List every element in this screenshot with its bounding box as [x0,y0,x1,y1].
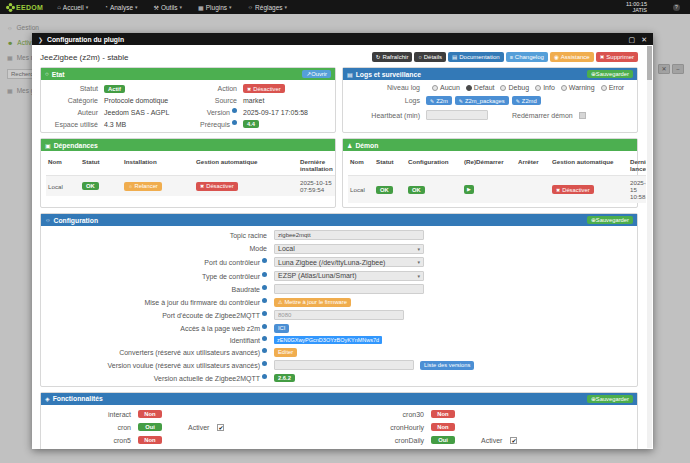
modal-body: JeeZigbee (z2m) - stable ↻ Rafraîchir ○ … [32,45,646,449]
chevron-down-icon: ▾ [180,4,183,10]
feature-toggle[interactable]: Non [431,423,455,431]
demon-nom: Local [348,176,374,203]
radio-debug[interactable] [500,85,506,91]
restart-demon-checkbox[interactable] [579,112,586,119]
col-header: Nom [46,155,80,176]
button-label: Désactiver [206,183,233,189]
save-config-button[interactable]: ⊕ Sauvegarder [587,216,633,224]
feature-toggle[interactable]: Non [431,410,455,418]
field-label: Port du contrôleur [46,258,274,266]
help-icon[interactable] [232,108,237,113]
heartbeat-input[interactable] [426,110,488,120]
save-logs-button[interactable]: ⊕ Sauvegarder [587,70,633,78]
feature-checkbox[interactable]: ✔ [510,437,517,444]
niveau-log-label: Niveau log [348,84,426,91]
relaunch-dependencies-button[interactable]: ☼Relancer [124,182,162,191]
menu-plugins[interactable]: ▦ Plugins ▾ [198,4,232,11]
help-icon[interactable] [262,258,267,263]
dep-status-badge: OK [82,182,99,190]
col-header: Statut [374,155,406,176]
feature-toggle[interactable]: Non [138,410,162,418]
maximize-icon[interactable]: ▢ [629,36,636,43]
disable-auto-dep-button[interactable]: ✖Désactiver [196,182,238,191]
field-label: Accès à la page web z2m [46,324,274,332]
help-icon[interactable] [262,324,267,329]
source-value: market [243,97,330,104]
activer-label: Activer [188,424,209,431]
help-menu-icon[interactable]: ? [673,4,680,11]
radio-aucun[interactable] [432,85,438,91]
help-icon[interactable] [262,272,267,277]
refresh-button[interactable]: ↻ Rafraîchir [372,52,413,62]
close-icon[interactable]: ✕ [641,36,647,43]
menu-reglages[interactable]: ☼ Réglages ▾ [248,4,287,11]
disable-plugin-button[interactable]: ✖Désactiver [243,84,285,93]
documentation-button[interactable]: ▤ Documentation [448,52,504,62]
open-button[interactable]: ↗ Ouvrir [302,70,331,78]
radio-warning[interactable] [561,85,567,91]
z2m-web-link-button[interactable]: ICI [274,324,289,333]
mode-select[interactable]: Local▾ [274,244,424,254]
search-icon: ○ [418,54,421,60]
assistance-button[interactable]: ◉ Assistance [550,52,594,62]
button-label: Désactiver [562,187,589,193]
radio-info[interactable] [535,85,541,91]
help-icon[interactable] [262,348,267,353]
type-controleur-select[interactable]: EZSP (Atlas/Luna/Smart)▾ [274,271,424,281]
feature-checkbox[interactable]: ✔ [217,424,224,431]
radio-label: Aucun [440,84,460,91]
menu-analyse[interactable]: ◔ Analyse ▾ [104,4,137,11]
versions-list-button[interactable]: Liste des versions [420,361,474,370]
radio-error[interactable] [601,85,607,91]
activer-label: Activer [481,437,502,444]
log-z2m-button[interactable]: ✎Z2m [426,96,452,105]
menu-label: Réglages [255,4,282,11]
z2m-port-input[interactable] [274,310,404,320]
firmware-update-button[interactable]: ⚠Mettre à jour le firmware [274,298,351,307]
pencil-icon: ✎ [516,98,520,104]
changelog-button[interactable]: ≡ Changelog [506,52,548,62]
feature-toggle[interactable]: Non [138,436,162,444]
demon-status-badge: OK [376,186,393,194]
radio-label: Debug [508,84,529,91]
field-label: Mise à jour du firmware du contrôleur [46,298,274,306]
scrollbar-thumb[interactable] [647,46,652,80]
pencil-icon: ✎ [430,98,434,104]
jeedom-logo[interactable]: EEDOM [6,3,43,12]
modal-scrollbar[interactable] [647,46,652,448]
dependances-panel: ▣ Dépendances Nom Statut Installation Ge… [40,138,336,208]
log-z2md-button[interactable]: ✎Z2md [512,96,541,105]
disable-auto-demon-button[interactable]: ✖Désactiver [552,185,594,194]
features-icon: ◈ [45,395,50,402]
help-icon[interactable] [262,336,267,341]
gear-icon: ☼ [45,217,51,223]
help-icon[interactable] [262,298,267,303]
menu-outils[interactable]: ⚒ Outils ▾ [154,4,183,11]
help-icon[interactable] [262,361,267,366]
feature-toggle[interactable]: Oui [138,423,162,431]
help-icon[interactable] [262,374,267,379]
baudrate-input[interactable] [274,284,424,294]
log-z2m-packages-button[interactable]: ✎Z2m_packages [455,96,509,105]
help-icon[interactable] [262,285,267,290]
delete-button[interactable]: ✖ Supprimer [596,52,638,62]
version-voulue-input[interactable] [274,360,414,370]
save-features-button[interactable]: ⊕ Sauvegarder [587,395,633,403]
feature-toggle[interactable]: Oui [431,436,455,444]
start-demon-button[interactable]: ▶ [464,185,474,194]
converters-edit-button[interactable]: Editer [274,348,297,357]
identifiant-value[interactable]: zEN0GXwyPGcnD3OYzBOyKYnMNws7d [274,336,382,344]
port-controleur-select[interactable]: Luna Zigbee (/dev/ttyLuna-Zigbee)▾ [274,257,424,267]
help-icon[interactable] [262,311,267,316]
topic-racine-input[interactable] [274,230,424,240]
details-button[interactable]: ○ Détails [414,52,446,62]
refresh-icon: ↻ [376,54,381,60]
version-value: 2025-09-17 17:05:58 [243,109,330,116]
radio-label: Defaut [474,84,495,91]
help-icon[interactable] [232,120,237,125]
radio-defaut[interactable] [466,85,472,91]
menu-accueil[interactable]: ⌂ Accueil ▾ [57,4,88,11]
demon-icon: ♟ [347,142,352,149]
field-label: Identifiant [46,336,274,344]
features-left-column: interactNon cronOuiActiver✔ cron5Non cro… [46,409,339,450]
